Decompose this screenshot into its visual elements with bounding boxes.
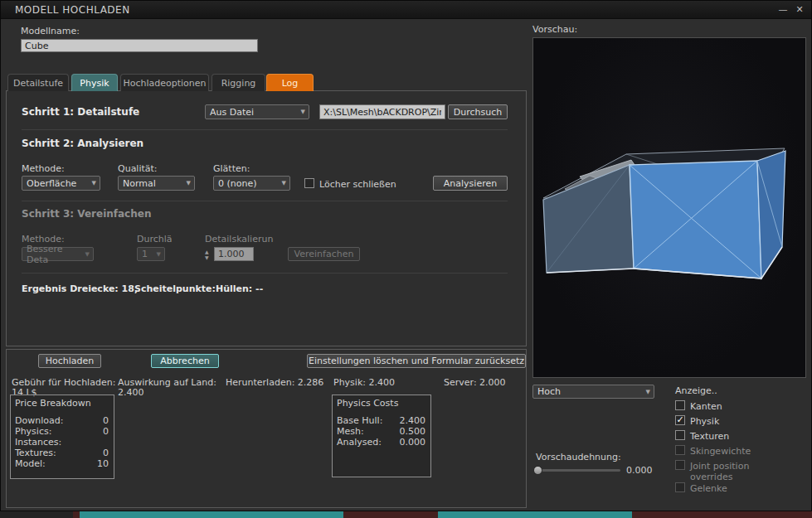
passes-label: Durchlä <box>137 234 173 244</box>
physics-cost-row: Base Hull:2.400 <box>337 415 425 426</box>
price-row-label: Download: <box>15 415 63 426</box>
tab-rigging[interactable]: Rigging <box>212 74 265 91</box>
edges-checkbox-label: Kanten <box>690 401 722 412</box>
spinner-down-icon[interactable]: ▼ <box>205 254 213 260</box>
window-title: MODELL HOCHLADEN <box>15 4 130 16</box>
model-name-input[interactable] <box>21 39 258 52</box>
detail-scale-stepper[interactable]: ▲ ▼ <box>205 247 213 261</box>
cost-row-value: 0.000 <box>400 437 426 448</box>
physics-costs-box: Physics Costs Base Hull:2.400 Mesh:0.500… <box>332 395 431 477</box>
results-triangles: Ergebnis Dreiecke: 18, <box>22 283 138 294</box>
lod-source-dropdown[interactable]: Aus Datei ▼ <box>205 104 309 119</box>
skin-weights-checkbox <box>675 445 685 455</box>
tab-log[interactable]: Log <box>266 74 314 91</box>
chevron-down-icon: ▼ <box>646 389 650 395</box>
divider <box>22 273 508 274</box>
tab-hochladeoptionen[interactable]: Hochladeoptionen <box>120 74 209 91</box>
physics-panel: Schritt 1: Detailstufe Aus Datei ▼ Durch… <box>6 90 527 346</box>
upload-button[interactable]: Hochladen <box>38 354 101 368</box>
dropdown-value: Aus Datei <box>210 107 254 118</box>
price-row: Physics:0 <box>15 426 109 437</box>
price-row-value: 0 <box>103 415 109 426</box>
browse-button[interactable]: Durchsuch <box>448 104 508 119</box>
physics-weight: Physik: 2.400 <box>333 377 395 388</box>
tab-label: Physik <box>80 78 109 89</box>
edges-checkbox[interactable] <box>675 400 685 410</box>
model-right-face <box>757 151 785 278</box>
skin-weights-checkbox-label: Skingewichte <box>690 446 751 457</box>
physics-checkbox-label: Physik <box>690 416 719 427</box>
price-breakdown-title: Price Breakdown <box>15 398 91 409</box>
joint-overrides-checkbox <box>675 460 685 470</box>
download-weight: Herunterladen: 2.286 <box>226 377 323 388</box>
tab-label: Detailstufe <box>13 78 63 89</box>
price-row-value: 0 <box>103 448 109 458</box>
tab-label: Hochladeoptionen <box>123 78 206 89</box>
step1-title: Schritt 1: Detailstufe <box>22 106 139 118</box>
chevron-down-icon: ▼ <box>92 180 96 186</box>
land-impact-value: 2.400 <box>118 387 144 398</box>
analyze-button[interactable]: Analysieren <box>433 176 508 191</box>
spinner-up-icon[interactable]: ▲ <box>205 249 213 254</box>
price-row: Download:0 <box>15 415 109 426</box>
price-row-label: Physics: <box>15 426 51 437</box>
simplify-method-dropdown: Bessere Deta ▼ <box>22 247 94 261</box>
methode-dropdown[interactable]: Oberfläche ▼ <box>22 176 100 191</box>
dropdown-value: 0 (none) <box>218 178 257 189</box>
chevron-down-icon: ▼ <box>282 180 286 186</box>
background-app-strip <box>0 511 73 518</box>
stretch-value: 0.000 <box>626 465 653 476</box>
minimize-button[interactable]: — <box>776 3 790 17</box>
joints-checkbox <box>675 482 685 492</box>
button-label: Durchsuch <box>454 107 502 118</box>
tab-detailstufe[interactable]: Detailstufe <box>7 74 69 91</box>
display-label: Anzeige.. <box>675 385 717 396</box>
cost-row-label: Analysed: <box>337 437 382 448</box>
glaetten-dropdown[interactable]: 0 (none) ▼ <box>213 176 290 191</box>
results-vertices-hulls: Scheitelpunkte:Hüllen: -- <box>134 283 263 294</box>
glaetten-label: Glätten: <box>213 163 250 174</box>
chevron-down-icon: ▼ <box>301 109 305 115</box>
stretch-slider-thumb[interactable] <box>533 466 542 475</box>
price-row-value: 10 <box>97 458 109 469</box>
joint-overrides-checkbox-label: Joint position overrides <box>690 461 770 482</box>
physics-checkbox[interactable]: ✓ <box>675 415 685 425</box>
tab-label: Log <box>282 78 299 89</box>
button-label: Einstellungen löschen und Formular zurüc… <box>309 356 524 366</box>
dropdown-value: Bessere Deta <box>27 244 82 265</box>
preview-3d-model[interactable] <box>533 38 805 377</box>
price-row-label: Instances: <box>15 437 61 448</box>
dropdown-value: 1 <box>142 249 148 259</box>
server-weight: Server: 2.000 <box>444 377 506 388</box>
preview-label: Vorschau: <box>532 24 577 35</box>
model-name-label: Modellname: <box>21 26 80 36</box>
simplify-button: Vereinfachen <box>288 247 360 261</box>
close-button[interactable]: ✕ <box>793 3 806 17</box>
reset-form-button[interactable]: Einstellungen löschen und Formular zurüc… <box>307 354 526 368</box>
close-holes-label: Löcher schließen <box>319 179 396 190</box>
price-row: Model:10 <box>15 458 109 469</box>
button-label: Hochladen <box>46 356 95 366</box>
button-label: Analysieren <box>444 178 497 189</box>
screen: MODELL HOCHLADEN — ✕ Modellname: Details… <box>0 0 812 518</box>
preview-viewport[interactable] <box>532 37 806 378</box>
preview-lod-dropdown[interactable]: Hoch ▼ <box>532 385 654 399</box>
background-app-strip <box>80 511 343 518</box>
joints-checkbox-label: Gelenke <box>690 483 727 494</box>
button-label: Abbrechen <box>160 356 209 366</box>
cost-row-label: Base Hull: <box>337 415 382 426</box>
price-row-value: 0 <box>103 426 109 437</box>
cancel-button[interactable]: Abbrechen <box>151 354 219 368</box>
physics-file-input[interactable] <box>319 104 445 119</box>
cost-row-value: 2.400 <box>400 415 426 426</box>
textures-checkbox[interactable] <box>675 430 685 440</box>
title-bar[interactable]: MODELL HOCHLADEN — ✕ <box>1 1 811 19</box>
tab-physik[interactable]: Physik <box>71 74 118 91</box>
price-row-label: Model: <box>15 458 46 469</box>
dropdown-value: Hoch <box>537 386 561 397</box>
button-label: Vereinfachen <box>294 249 354 259</box>
close-holes-checkbox[interactable] <box>304 178 314 188</box>
stretch-slider[interactable] <box>536 469 620 472</box>
qualitaet-dropdown[interactable]: Normal ▼ <box>118 176 195 191</box>
check-icon: ✓ <box>676 414 683 425</box>
